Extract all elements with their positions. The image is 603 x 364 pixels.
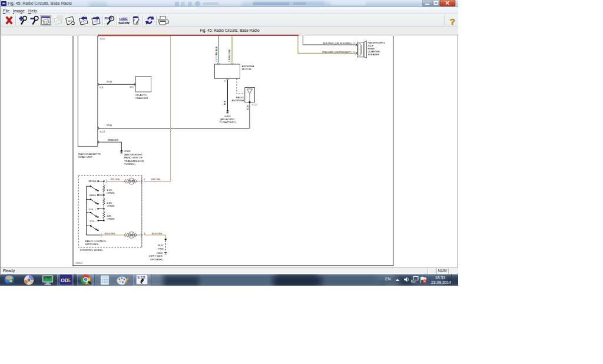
svg-text:MODE: MODE — [89, 180, 97, 183]
svg-text:PPL/YEL: PPL/YEL — [111, 178, 121, 181]
svg-text:4 LT GRN/BLK: 4 LT GRN/BLK — [215, 46, 218, 62]
svg-text:TO BATTERY): TO BATTERY) — [219, 121, 236, 124]
svg-text:CHANGER: CHANGER — [135, 97, 148, 100]
svg-text:SEEK: SEEK — [89, 194, 96, 197]
svg-text:TUNNEL): TUNNEL) — [124, 163, 136, 166]
svg-text:PPL/YEL: PPL/YEL — [151, 178, 161, 181]
svg-text:HIDE: HIDE — [120, 17, 128, 21]
svg-text:IC12: IC12 — [252, 103, 257, 106]
svg-text:SPEAKER: SPEAKER — [368, 53, 380, 56]
svg-text:STEERING WHEEL: STEERING WHEEL — [80, 249, 104, 252]
svg-text:IC7: IC7 — [130, 85, 134, 88]
svg-text:SHOW: SHOW — [118, 21, 130, 25]
svg-text:IC13: IC13 — [100, 130, 105, 133]
svg-text:(LEFT SIDE: (LEFT SIDE — [149, 254, 163, 257]
svg-text:OHMS: OHMS — [107, 191, 114, 194]
svg-text:BRAIDED: BRAIDED — [108, 138, 119, 141]
svg-text:BLK/ORG: BLK/ORG — [152, 232, 163, 235]
svg-text:ANTENNA: ANTENNA — [231, 99, 244, 102]
svg-text:6: 6 — [144, 232, 146, 235]
svg-text:PNK/GRN (OR PNK/WHT): PNK/GRN (OR PNK/WHT) — [322, 51, 352, 54]
svg-text:5: 5 — [68, 277, 71, 283]
svg-text:NCA: NCA — [246, 105, 249, 110]
svg-text:OF DASH): OF DASH) — [150, 258, 163, 261]
svg-text:OHMS: OHMS — [107, 217, 114, 220]
svg-text:BLK: BLK — [223, 100, 226, 105]
svg-text:139007: 139007 — [75, 262, 83, 264]
svg-text:2: 2 — [353, 42, 355, 45]
svg-text:SWITCHES: SWITCHES — [85, 243, 98, 246]
svg-text:OHMS: OHMS — [107, 204, 114, 207]
svg-text:F: F — [134, 19, 135, 22]
svg-text:G202: G202 — [157, 252, 163, 254]
svg-text:VOL +: VOL + — [89, 208, 97, 211]
svg-text:FIND: FIND — [105, 16, 112, 20]
svg-text:2: 2 — [144, 178, 145, 181]
svg-text:BLK/WHT (OR BLK/GRN): BLK/WHT (OR BLK/GRN) — [323, 42, 352, 45]
svg-text:VOL -: VOL - — [90, 220, 97, 223]
svg-text:IL?S: IL?S — [137, 276, 145, 279]
svg-text:3 BRN/GRN: 3 BRN/GRN — [228, 49, 231, 62]
svg-text:NCA: NCA — [107, 80, 112, 83]
svg-text:G302: G302 — [124, 150, 131, 153]
svg-text:IC10: IC10 — [100, 37, 105, 40]
svg-text:PNK: PNK — [158, 247, 164, 250]
svg-text:?: ? — [450, 16, 455, 27]
svg-text:BLK/ORG: BLK/ORG — [104, 232, 115, 235]
svg-text:IC8: IC8 — [100, 86, 104, 89]
svg-text:HEAD UNIT: HEAD UNIT — [78, 155, 92, 158]
svg-text:MOTOR: MOTOR — [242, 68, 251, 71]
svg-text:BLK/: BLK/ — [158, 244, 164, 247]
svg-text:NCA: NCA — [107, 124, 112, 127]
svg-text:6: 6 — [224, 80, 226, 82]
